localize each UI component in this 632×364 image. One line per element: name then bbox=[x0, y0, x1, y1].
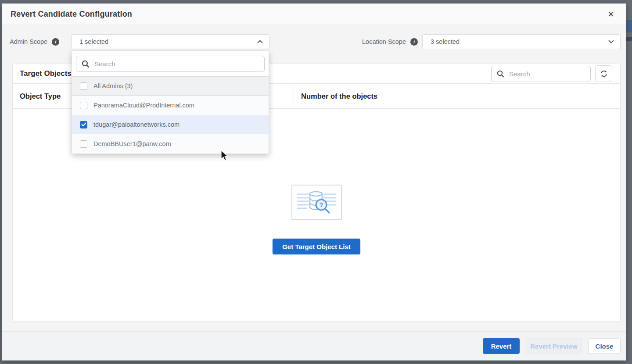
option-label: All Admins (3) bbox=[93, 82, 133, 89]
option-label: tdugar@paloaltonetworks.com bbox=[93, 121, 180, 128]
target-objects-search-input[interactable] bbox=[509, 70, 586, 78]
dropdown-options: All Admins (3) PanoramaCloud@ProdInterna… bbox=[72, 76, 269, 153]
dropdown-search[interactable] bbox=[76, 56, 265, 72]
revert-preview-button[interactable]: Revert Preview bbox=[526, 338, 582, 354]
search-icon bbox=[497, 70, 504, 78]
column-header-number-of-objects: Number of the objects bbox=[294, 84, 620, 108]
checkbox[interactable] bbox=[80, 140, 87, 148]
close-button[interactable]: Close bbox=[588, 338, 621, 354]
search-icon bbox=[82, 60, 90, 68]
admin-scope-label: Admin Scope bbox=[10, 38, 47, 45]
dropdown-option-panoramacloud[interactable]: PanoramaCloud@ProdInternal.com bbox=[72, 96, 269, 115]
chevron-up-icon bbox=[257, 40, 263, 43]
admin-scope-select[interactable]: 1 selected bbox=[71, 34, 269, 49]
get-target-object-list-button[interactable]: Get Target Object List bbox=[273, 239, 360, 254]
option-label: DemoBBUser1@panw.com bbox=[93, 140, 171, 147]
modal-footer: Revert Revert Preview Close bbox=[2, 331, 626, 360]
revert-candidate-configuration-modal: Revert Candidate Configuration ✕ Admin S… bbox=[2, 4, 626, 360]
background-page-fragment bbox=[626, 20, 632, 32]
dropdown-option-demobbuser1[interactable]: DemoBBUser1@panw.com bbox=[72, 134, 269, 153]
checkbox[interactable] bbox=[80, 121, 87, 128]
svg-text:?: ? bbox=[319, 201, 323, 208]
refresh-icon[interactable] bbox=[595, 65, 612, 82]
dropdown-option-all-admins[interactable]: All Admins (3) bbox=[72, 76, 269, 96]
chevron-down-icon bbox=[608, 40, 614, 43]
admin-scope-dropdown: All Admins (3) PanoramaCloud@ProdInterna… bbox=[72, 50, 269, 154]
option-label: PanoramaCloud@ProdInternal.com bbox=[93, 102, 194, 109]
database-search-icon: ? bbox=[291, 185, 342, 220]
admin-scope-control: Admin Scope i 1 selected bbox=[10, 34, 269, 49]
checkbox[interactable] bbox=[80, 82, 87, 90]
location-scope-value: 3 selected bbox=[431, 38, 460, 45]
checkbox[interactable] bbox=[80, 102, 87, 109]
location-scope-label: Location Scope bbox=[362, 38, 406, 45]
modal-title: Revert Candidate Configuration bbox=[11, 10, 132, 19]
location-scope-select[interactable]: 3 selected bbox=[422, 34, 621, 49]
target-objects-title: Target Objects bbox=[20, 69, 72, 78]
location-scope-control: Location Scope i 3 selected bbox=[362, 34, 621, 49]
close-icon[interactable]: ✕ bbox=[605, 8, 617, 20]
admin-scope-value: 1 selected bbox=[79, 38, 108, 45]
dropdown-option-tdugar[interactable]: tdugar@paloaltonetworks.com bbox=[72, 115, 269, 134]
dropdown-search-input[interactable] bbox=[94, 60, 260, 68]
info-icon[interactable]: i bbox=[52, 38, 59, 46]
target-objects-search[interactable] bbox=[491, 66, 591, 82]
revert-button[interactable]: Revert bbox=[483, 338, 520, 354]
info-icon[interactable]: i bbox=[410, 38, 418, 46]
background-page-fragment bbox=[626, 37, 632, 41]
modal-header: Revert Candidate Configuration ✕ bbox=[2, 4, 626, 25]
